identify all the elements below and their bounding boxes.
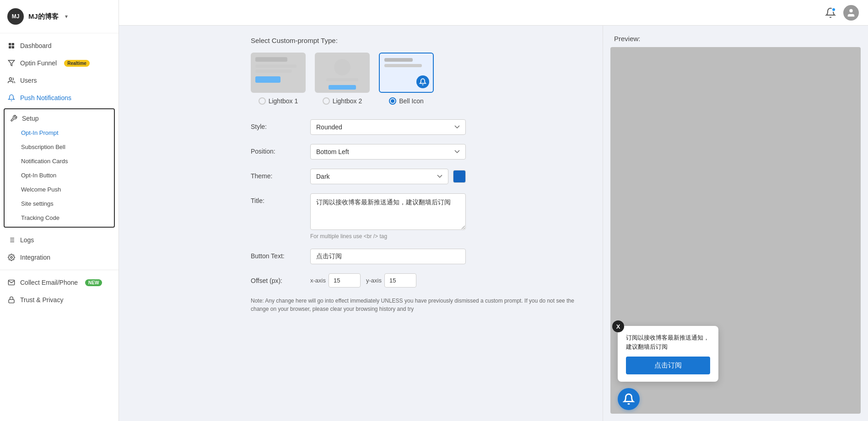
svg-point-12 xyxy=(11,256,12,258)
site-avatar: MJ xyxy=(7,8,24,25)
sidebar: MJ MJ的博客 ▾ Dashboard Optin Funnel Realti… xyxy=(0,0,119,421)
users-icon xyxy=(7,76,16,85)
sidebar-item-opt-in-prompt[interactable]: Opt-In Prompt xyxy=(5,126,114,140)
title-textarea[interactable] xyxy=(310,193,466,230)
svg-rect-0 xyxy=(9,43,11,45)
filter-icon xyxy=(7,59,16,67)
lightbox2-label: Lightbox 2 xyxy=(333,97,362,105)
sidebar-item-collect-email[interactable]: Collect Email/Phone NEW xyxy=(0,274,119,291)
position-field-group: Position: Bottom Left Bottom Right Top L… xyxy=(251,144,590,160)
sidebar-item-opt-in-button[interactable]: Opt-In Button xyxy=(5,168,114,182)
sidebar-item-tracking-code[interactable]: Tracking Code xyxy=(5,211,114,225)
gear-icon xyxy=(7,253,16,261)
offset-field-group: Offset (px): x-axis y-axis xyxy=(251,273,590,288)
sidebar-item-notification-cards[interactable]: Notification Cards xyxy=(5,154,114,168)
note-text: Note: Any change here will go into effec… xyxy=(251,297,590,313)
sidebar-item-welcome-push[interactable]: Welcome Push xyxy=(5,182,114,197)
lightbox2-radio-row: Lightbox 2 xyxy=(323,97,362,105)
sidebar-item-integration[interactable]: Integration xyxy=(0,249,119,266)
notification-bell-button[interactable] xyxy=(825,7,836,18)
xaxis-field: x-axis xyxy=(310,273,361,288)
sidebar-item-subscription-bell[interactable]: Subscription Bell xyxy=(5,140,114,154)
preview-popup-text: 订阅以接收博客最新推送通知，建议翻墙后订阅 xyxy=(626,333,710,351)
theme-field-group: Theme: Dark Light xyxy=(251,169,590,184)
button-text-control xyxy=(310,249,466,264)
title-field-group: Title: For multiple lines use <br /> tag xyxy=(251,193,590,240)
lightbox1-radio[interactable] xyxy=(259,97,266,105)
theme-label: Theme: xyxy=(251,169,301,180)
sidebar-item-label: Integration xyxy=(20,254,50,261)
sidebar-item-label: Dashboard xyxy=(20,42,52,49)
theme-control: Dark Light xyxy=(310,169,466,184)
sidebar-item-trust-privacy[interactable]: Trust & Privacy xyxy=(0,291,119,309)
prompt-card-lightbox1[interactable]: Lightbox 1 xyxy=(251,53,306,105)
svg-point-5 xyxy=(9,78,11,80)
bell-preview-icon xyxy=(416,75,429,88)
user-avatar-button[interactable] xyxy=(843,5,859,21)
list-icon xyxy=(7,236,16,244)
theme-color-swatch[interactable] xyxy=(453,170,466,183)
offset-label: Offset (px): xyxy=(251,273,301,284)
sub-nav-label: Tracking Code xyxy=(21,214,59,221)
sidebar-item-dashboard[interactable]: Dashboard xyxy=(0,37,119,54)
grid-icon xyxy=(7,42,16,50)
svg-marker-4 xyxy=(8,60,14,66)
prompt-card-lightbox2[interactable]: Lightbox 2 xyxy=(315,53,370,105)
realtime-badge: Realtime xyxy=(64,60,90,67)
topbar xyxy=(238,0,868,26)
sidebar-item-optin-funnel[interactable]: Optin Funnel Realtime xyxy=(0,54,119,72)
position-select[interactable]: Bottom Left Bottom Right Top Left Top Ri… xyxy=(310,144,466,160)
svg-rect-13 xyxy=(9,299,14,303)
yaxis-field: y-axis xyxy=(366,273,416,288)
preview-popup: X 订阅以接收博客最新推送通知，建议翻墙后订阅 点击订阅 xyxy=(618,326,718,382)
svg-point-14 xyxy=(849,9,852,12)
lightbox2-radio[interactable] xyxy=(323,97,330,105)
preview-subscribe-button[interactable]: 点击订阅 xyxy=(626,357,710,374)
yaxis-input[interactable] xyxy=(384,273,416,288)
setup-label: Setup xyxy=(22,115,39,122)
xaxis-input[interactable] xyxy=(329,273,361,288)
bell-icon-radio-row: Bell Icon xyxy=(389,97,424,105)
svg-rect-2 xyxy=(9,46,11,48)
bell-icon-radio[interactable] xyxy=(389,97,396,105)
svg-rect-1 xyxy=(12,43,14,45)
preview-area: X 订阅以接收博客最新推送通知，建议翻墙后订阅 点击订阅 xyxy=(610,47,861,414)
button-text-input[interactable] xyxy=(310,249,466,264)
new-badge: NEW xyxy=(85,279,102,286)
title-control: For multiple lines use <br /> tag xyxy=(310,193,466,240)
notification-dot xyxy=(831,7,836,12)
style-field-group: Style: Rounded Square xyxy=(251,119,590,135)
svg-rect-3 xyxy=(12,46,14,48)
sidebar-header[interactable]: MJ MJ的博客 ▾ xyxy=(0,0,119,33)
preview-label: Preview: xyxy=(603,26,868,47)
xaxis-label: x-axis xyxy=(310,277,326,284)
sidebar-item-users[interactable]: Users xyxy=(0,72,119,89)
title-hint: For multiple lines use <br /> tag xyxy=(310,233,466,240)
sidebar-item-label: Users xyxy=(20,77,37,84)
lightbox1-preview xyxy=(251,53,306,93)
bell-icon-label: Bell Icon xyxy=(399,97,424,105)
sidebar-item-label: Optin Funnel xyxy=(20,59,57,67)
sub-nav-label: Opt-In Prompt xyxy=(21,129,59,136)
position-label: Position: xyxy=(251,144,301,155)
sidebar-item-push-notifications[interactable]: Push Notifications xyxy=(0,89,119,107)
style-select[interactable]: Rounded Square xyxy=(310,119,466,135)
style-label: Style: xyxy=(251,119,301,130)
main-content: Select Custom-prompt Type: Lig xyxy=(238,0,868,421)
position-control: Bottom Left Bottom Right Top Left Top Ri… xyxy=(310,144,466,160)
offset-control: x-axis y-axis xyxy=(310,273,590,288)
button-text-field-group: Button Text: xyxy=(251,249,590,264)
preview-bell-button[interactable] xyxy=(618,388,640,410)
sidebar-item-site-settings[interactable]: Site settings xyxy=(5,197,114,211)
prompt-card-bell-icon[interactable]: Bell Icon xyxy=(379,53,434,105)
sidebar-item-logs[interactable]: Logs xyxy=(0,231,119,249)
theme-select[interactable]: Dark Light xyxy=(310,169,448,184)
bell-icon xyxy=(7,94,16,102)
sidebar-item-setup[interactable]: Setup xyxy=(5,111,114,126)
tool-icon xyxy=(10,115,17,122)
section-label: Select Custom-prompt Type: xyxy=(251,37,590,44)
lightbox2-preview xyxy=(315,53,370,93)
sub-nav-label: Welcome Push xyxy=(21,186,61,193)
preview-close-button[interactable]: X xyxy=(612,320,624,332)
chevron-down-icon: ▾ xyxy=(65,13,68,20)
